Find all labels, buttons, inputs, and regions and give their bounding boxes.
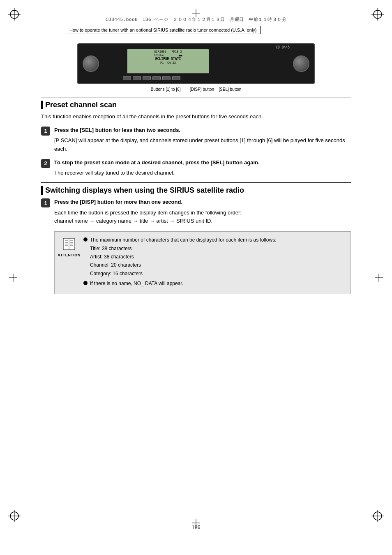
corner-mark-tr <box>371 8 384 21</box>
screen-line-3: ECLIPSE STATI <box>128 57 208 61</box>
preset-scan-heading: Preset channel scan <box>41 101 351 109</box>
attention-content: The maximum number of characters that ca… <box>83 236 346 289</box>
switching-step-1-title: Press the [DISP] button for more than on… <box>54 198 351 206</box>
attention-icon: ATTENTION <box>59 236 79 289</box>
disp-label: [DISP] button <box>190 87 214 92</box>
step-1-content: Press the [SEL] button for less than two… <box>54 126 351 154</box>
bullet-2: If there is no name, NO_ DATA will appea… <box>83 279 346 288</box>
right-knob <box>293 55 309 72</box>
top-meta: CD8445.book 186 ページ ２００４年１２月１３日 月曜日 午前１１… <box>16 16 376 23</box>
attention-box: ATTENTION The maximum number of characte… <box>54 231 351 294</box>
bullet-dot-1 <box>83 237 88 242</box>
left-knob <box>83 55 99 72</box>
step-2-title: To stop the preset scan mode at a desire… <box>54 159 351 167</box>
corner-mark-tl <box>8 8 21 21</box>
btn-1 <box>123 76 131 80</box>
device-image-wrapper: SIRIUS1 FM18 2 DIGITAL ■■ ECLIPSE STATI … <box>16 43 376 92</box>
buttons-label: Buttons [1] to [6] <box>151 87 181 92</box>
device-image: SIRIUS1 FM18 2 DIGITAL ■■ ECLIPSE STATI … <box>77 43 315 84</box>
screen-line-2: DIGITAL ■■ <box>128 54 208 57</box>
bullet-1-text: The maximum number of characters that ca… <box>90 236 277 278</box>
cross-left <box>9 274 17 282</box>
device-labels: Buttons [1] to [6] [DISP] button [SEL] b… <box>77 87 315 92</box>
preset-scan-intro: This function enables reception of all t… <box>41 113 351 121</box>
screen-line-1: SIRIUS1 FM18 2 <box>128 50 208 54</box>
btn-4 <box>152 76 161 80</box>
preset-buttons <box>123 76 180 80</box>
sel-label: [SEL] button <box>219 87 241 92</box>
book-icon <box>62 237 76 251</box>
step-1-number: 1 <box>41 127 50 136</box>
preset-scan-section: Preset channel scan This function enable… <box>16 97 376 177</box>
cross-top <box>192 9 200 17</box>
section-rule-1 <box>41 97 351 97</box>
bullet-1: The maximum number of characters that ca… <box>83 236 346 278</box>
switching-displays-section: Switching displays when using the SIRIUS… <box>16 182 376 294</box>
btn-2 <box>133 76 141 80</box>
step-2-body: The receiver will stay tuned to the desi… <box>54 169 351 177</box>
device-screen: SIRIUS1 FM18 2 DIGITAL ■■ ECLIPSE STATI … <box>127 49 209 74</box>
switching-heading: Switching displays when using the SIRIUS… <box>41 186 351 195</box>
cross-right <box>375 274 383 282</box>
caption-text: How to operate the tuner with an optiona… <box>69 28 257 32</box>
btn-5 <box>162 76 171 80</box>
switching-step-1-content: Press the [DISP] button for more than on… <box>54 198 351 294</box>
screen-line-4: P1 CH 23 <box>128 61 208 65</box>
switching-step-1: 1 Press the [DISP] button for more than … <box>41 198 351 294</box>
switching-step-1-body1: Each time the button is pressed the disp… <box>54 209 351 226</box>
page-number: 186 <box>191 524 201 530</box>
page: CD8445.book 186 ページ ２００４年１２月１３日 月曜日 午前１１… <box>0 0 392 555</box>
step-2-content: To stop the preset scan mode at a desire… <box>54 159 351 177</box>
btn-6 <box>172 76 180 80</box>
cd-label: CD 8445 <box>276 46 290 49</box>
step-2-number: 2 <box>41 159 50 168</box>
corner-mark-br <box>371 510 384 522</box>
step-1-body: [P SCAN] will appear at the display, and… <box>54 136 351 154</box>
preset-step-1: 1 Press the [SEL] button for less than t… <box>41 126 351 154</box>
step-1-title: Press the [SEL] button for less than two… <box>54 126 351 134</box>
section-rule-2 <box>41 182 351 183</box>
corner-mark-bl <box>8 510 21 522</box>
caption-box: How to operate the tuner with an optiona… <box>66 26 261 34</box>
bullet-dot-2 <box>83 281 88 285</box>
bullet-2-text: If there is no name, NO_ DATA will appea… <box>90 279 183 288</box>
btn-3 <box>143 76 151 80</box>
preset-step-2: 2 To stop the preset scan mode at a desi… <box>41 159 351 177</box>
switching-step-1-number: 1 <box>41 198 50 207</box>
attention-label: ATTENTION <box>58 252 80 258</box>
